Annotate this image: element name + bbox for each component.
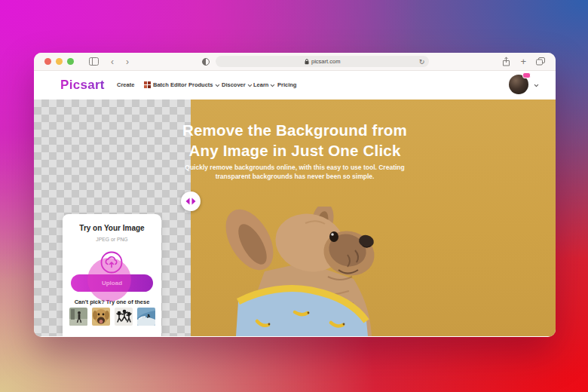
hero-title: Remove the Background from Any Image in … <box>34 120 556 161</box>
url-text: picsart.com <box>311 58 340 65</box>
upload-card-title: Try on Your Image <box>63 224 161 232</box>
hero-title-line1: Remove the Background from <box>34 120 556 140</box>
nav-item-pricing[interactable]: Pricing <box>277 81 296 88</box>
nav-item-create[interactable]: Create <box>117 81 134 88</box>
back-button[interactable]: ‹ <box>111 57 114 66</box>
site-navbar: Picsart Create Batch Editor Products Dis… <box>34 71 556 100</box>
nav-label: Products <box>188 81 213 88</box>
reload-icon[interactable]: ↻ <box>419 58 425 66</box>
upload-formats-label: JPEG or PNG <box>63 237 161 242</box>
hero-subtitle-line1: Quickly remove backgrounds online, with … <box>34 164 556 173</box>
notification-badge <box>522 72 531 78</box>
fullscreen-button[interactable] <box>67 58 74 65</box>
address-text: picsart.com <box>305 58 340 65</box>
privacy-shield-icon[interactable] <box>202 58 210 66</box>
hero-title-line2: Any Image in Just One Click <box>34 140 556 161</box>
nav-label: Pricing <box>277 81 296 88</box>
lock-icon <box>305 59 309 65</box>
sample-thumbnail-hiker[interactable] <box>69 308 87 326</box>
chevron-down-icon <box>271 82 274 86</box>
slider-arrows-icon <box>185 198 196 205</box>
chevron-down-icon <box>215 82 219 86</box>
sidebar-toggle-icon[interactable] <box>89 57 99 66</box>
browser-toolbar: ‹ › picsart.com ↻ + <box>34 53 556 71</box>
upload-card: Try on Your Image JPEG or PNG Upload Can… <box>63 214 161 336</box>
close-button[interactable] <box>44 58 51 65</box>
batch-editor-icon <box>144 81 151 88</box>
nav-label: Create <box>117 81 134 88</box>
nav-label: Discover <box>222 81 246 88</box>
share-icon[interactable] <box>502 57 510 66</box>
upload-cloud-icon <box>100 251 123 274</box>
nav-item-discover[interactable]: Discover <box>222 81 250 88</box>
address-bar[interactable]: picsart.com ↻ <box>216 56 429 67</box>
forward-button[interactable]: › <box>126 57 129 66</box>
french-bulldog-image <box>215 207 396 336</box>
chevron-down-icon <box>248 82 252 86</box>
nav-item-products[interactable]: Products <box>188 81 218 88</box>
sample-thumbnail-surfer[interactable] <box>137 308 155 326</box>
hero-subtitle-line2: transparent backgrounds has never been s… <box>34 173 556 182</box>
nav-label: Batch Editor <box>153 81 187 88</box>
minimize-button[interactable] <box>56 58 63 65</box>
nav-label: Learn <box>253 81 268 88</box>
browser-window: ‹ › picsart.com ↻ + <box>34 53 556 337</box>
picsart-logo[interactable]: Picsart <box>60 78 105 93</box>
nav-item-learn[interactable]: Learn <box>253 81 274 88</box>
tab-overview-icon[interactable] <box>536 57 545 66</box>
hero-subtitle: Quickly remove backgrounds online, with … <box>34 164 556 181</box>
hero-section: Remove the Background from Any Image in … <box>34 100 556 336</box>
sample-prompt-label: Can't pick? Try one of these <box>63 299 161 305</box>
page-background: ‹ › picsart.com ↻ + <box>0 0 588 392</box>
sample-thumbnail-dog[interactable] <box>92 308 110 326</box>
chevron-down-icon[interactable] <box>534 83 538 87</box>
window-controls <box>44 58 74 65</box>
compare-slider-handle[interactable] <box>181 191 201 211</box>
sample-thumbnails <box>69 308 155 326</box>
upload-button[interactable]: Upload <box>71 274 153 292</box>
nav-item-batch-editor[interactable]: Batch Editor <box>144 81 187 88</box>
sample-thumbnail-dancers[interactable] <box>115 308 133 326</box>
new-tab-icon[interactable]: + <box>520 56 526 67</box>
